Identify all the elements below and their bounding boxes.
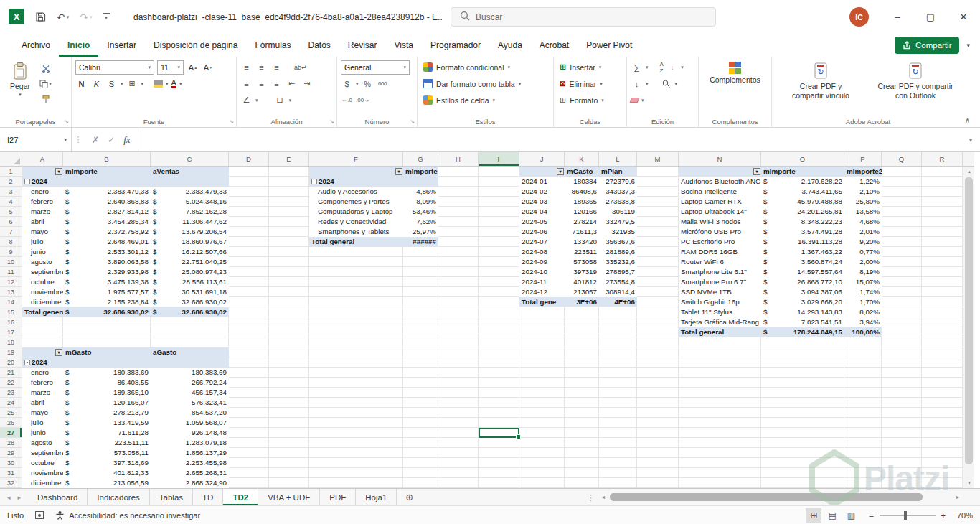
- scroll-up-icon[interactable]: ▴: [963, 167, 975, 177]
- expand-formula-bar-icon[interactable]: ▾: [961, 128, 980, 151]
- merge-center-icon[interactable]: ⊟: [274, 94, 286, 107]
- row-header-7[interactable]: 7: [0, 227, 22, 237]
- cell-A28[interactable]: agosto: [22, 438, 63, 448]
- cell-N16[interactable]: Tarjeta Gráfica Mid-Rang: [679, 317, 761, 327]
- cell-O13[interactable]: $3.094.387,06: [761, 287, 844, 297]
- cell-K9[interactable]: 223511: [565, 247, 599, 257]
- cell-F1[interactable]: ▾: [309, 167, 403, 177]
- cell-O2[interactable]: $2.170.628,22: [761, 177, 844, 187]
- cell-C7[interactable]: $13.679.206,54: [151, 227, 229, 237]
- cell-A32[interactable]: diciembre: [22, 478, 63, 488]
- row-header-6[interactable]: 6: [0, 217, 22, 227]
- column-header-O[interactable]: O: [761, 152, 844, 166]
- cell-O3[interactable]: $3.743.411,65: [761, 187, 844, 197]
- cell-N5[interactable]: Laptop Ultrabook 14": [679, 207, 761, 217]
- cell-L13[interactable]: 308914,4: [599, 287, 637, 297]
- cell-N11[interactable]: Smartphone Lite 6.1": [679, 267, 761, 277]
- row-header-12[interactable]: 12: [0, 277, 22, 287]
- cell-B21[interactable]: $180.383,69: [63, 368, 151, 378]
- cell-P17[interactable]: 100,00%: [844, 327, 882, 337]
- cell-N15[interactable]: Tablet 11" Stylus: [679, 307, 761, 317]
- zoom-slider-thumb[interactable]: [904, 511, 907, 520]
- cell-K3[interactable]: 86408,6: [565, 187, 599, 197]
- cell-P6[interactable]: 4,68%: [844, 217, 882, 227]
- decrease-indent-icon[interactable]: ⇤: [286, 78, 298, 90]
- filter-icon[interactable]: ▾: [55, 168, 62, 175]
- cell-C19[interactable]: aGasto: [151, 347, 229, 357]
- cell-styles-button[interactable]: Estilos de celda▾: [421, 93, 550, 108]
- cell-O16[interactable]: $7.023.541,51: [761, 317, 844, 327]
- row-header-2[interactable]: 2: [0, 177, 22, 187]
- row-header-19[interactable]: 19: [0, 347, 22, 357]
- cell-K13[interactable]: 213057: [565, 287, 599, 297]
- dialog-launcher-icon[interactable]: ↘: [410, 118, 415, 126]
- cell-P2[interactable]: 1,22%: [844, 177, 882, 187]
- row-header-24[interactable]: 24: [0, 398, 22, 408]
- cell-B27[interactable]: $71.611,28: [63, 428, 151, 438]
- cell-B31[interactable]: $401.812,33: [63, 468, 151, 478]
- column-header-A[interactable]: A: [22, 152, 63, 166]
- ribbon-tab-disposici-n-de-p-gina[interactable]: Disposición de página: [145, 34, 246, 57]
- cell-O6[interactable]: $8.348.222,23: [761, 217, 844, 227]
- cell-G6[interactable]: 7,62%: [403, 217, 438, 227]
- cell-J2[interactable]: 2024-01: [519, 177, 565, 187]
- ribbon-tab-acrobat[interactable]: Acrobat: [531, 34, 578, 57]
- cell-L3[interactable]: 343037,3: [599, 187, 637, 197]
- cell-K12[interactable]: 401812: [565, 277, 599, 287]
- cell-A29[interactable]: septiembre: [22, 448, 63, 458]
- collapse-icon[interactable]: -: [24, 360, 30, 365]
- sheet-tab-hoja1[interactable]: Hoja1: [356, 489, 397, 505]
- cell-B29[interactable]: $573.058,11: [63, 448, 151, 458]
- selection-box[interactable]: [479, 428, 519, 438]
- cell-C31[interactable]: 2.655.268,31: [151, 468, 229, 478]
- vertical-scrollbar[interactable]: ▴ ▾: [963, 167, 974, 488]
- cell-B24[interactable]: $120.166,07: [63, 398, 151, 408]
- underline-button[interactable]: S: [105, 78, 118, 90]
- sheet-tab-td[interactable]: TD: [193, 489, 223, 505]
- addins-button[interactable]: Complementos: [703, 60, 768, 84]
- cell-C27[interactable]: 926.148,48: [151, 428, 229, 438]
- format-cells-button[interactable]: ⊞ Formato▾: [557, 93, 623, 108]
- scroll-right-icon[interactable]: ▸: [953, 492, 963, 502]
- currency-format-icon[interactable]: $: [341, 78, 353, 90]
- cell-A4[interactable]: febrero: [22, 197, 63, 207]
- ribbon-tab-insertar[interactable]: Insertar: [98, 34, 145, 57]
- cell-A5[interactable]: marzo: [22, 207, 63, 217]
- row-header-22[interactable]: 22: [0, 378, 22, 388]
- cell-N17[interactable]: Total general: [679, 327, 761, 337]
- ribbon-tab-ayuda[interactable]: Ayuda: [489, 34, 531, 57]
- undo-icon[interactable]: ↶▾: [57, 11, 69, 23]
- cell-A9[interactable]: junio: [22, 247, 63, 257]
- column-header-M[interactable]: M: [637, 152, 679, 166]
- formula-input[interactable]: [138, 128, 961, 151]
- cell-L8[interactable]: 356367,6: [599, 237, 637, 247]
- format-painter-icon[interactable]: [39, 93, 52, 106]
- sheet-tab-pdf[interactable]: PDF: [320, 489, 356, 505]
- cell-N8[interactable]: PC Escritorio Pro: [679, 237, 761, 247]
- vertical-scrollbar-thumb[interactable]: [965, 177, 973, 464]
- cell-K5[interactable]: 120166: [565, 207, 599, 217]
- collapse-icon[interactable]: -: [311, 179, 317, 184]
- cell-O9[interactable]: $1.367.463,22: [761, 247, 844, 257]
- cell-C26[interactable]: 1.059.568,07: [151, 418, 229, 428]
- cell-A7[interactable]: mayo: [22, 227, 63, 237]
- column-header-I[interactable]: I: [479, 152, 519, 166]
- cell-B7[interactable]: $2.372.758,92: [63, 227, 151, 237]
- cell-F4[interactable]: Componentes y Partes: [309, 197, 403, 207]
- cell-B22[interactable]: $86.408,55: [63, 378, 151, 388]
- filter-icon[interactable]: ▾: [753, 168, 760, 175]
- insert-cells-button[interactable]: ⊞ Insertar▾: [557, 60, 623, 75]
- row-header-13[interactable]: 13: [0, 287, 22, 297]
- cell-A26[interactable]: julio: [22, 418, 63, 428]
- cell-N6[interactable]: Malla WiFi 3 nodos: [679, 217, 761, 227]
- cell-B14[interactable]: $2.155.238,84: [63, 297, 151, 307]
- zoom-in-icon[interactable]: +: [941, 511, 946, 520]
- row-header-8[interactable]: 8: [0, 237, 22, 247]
- cell-O8[interactable]: $16.391.113,28: [761, 237, 844, 247]
- avatar[interactable]: IC: [849, 7, 869, 27]
- cell-L10[interactable]: 335232,6: [599, 257, 637, 267]
- cell-A6[interactable]: abril: [22, 217, 63, 227]
- comma-format-icon[interactable]: 000: [377, 78, 389, 90]
- cell-B5[interactable]: $2.827.814,12: [63, 207, 151, 217]
- cell-G7[interactable]: 25,97%: [403, 227, 438, 237]
